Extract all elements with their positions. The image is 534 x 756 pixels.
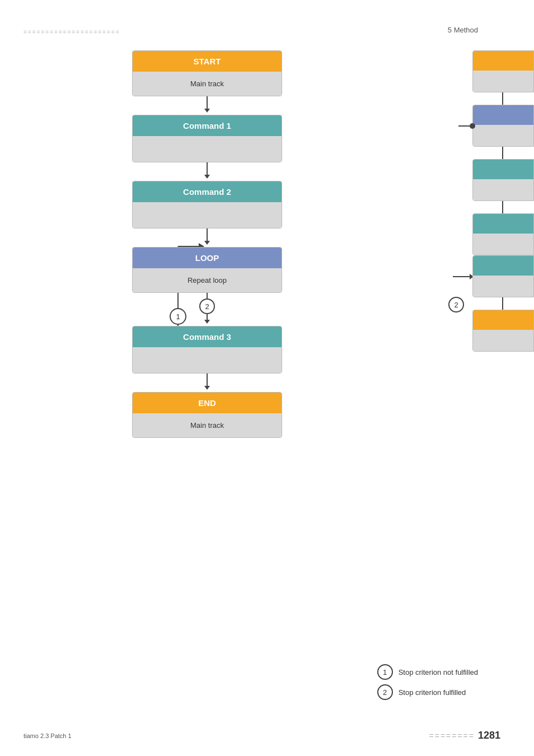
circle-2-badge: 2 (199, 298, 215, 314)
start-header: START (133, 51, 282, 72)
command2-body (133, 202, 282, 228)
main-flowchart: START Main track Command 1 Command 2 LOO… (123, 50, 291, 438)
right-arrow-1 (502, 92, 503, 105)
right-cmd2-header (473, 160, 533, 179)
arrow-4 (204, 374, 210, 390)
right-cmd1-block (472, 105, 534, 147)
arrow-3 (204, 228, 210, 245)
header-dots-left: ====================== (24, 29, 120, 35)
right-cmd4-container (453, 255, 534, 297)
end-body: Main track (133, 413, 282, 437)
footer-app-name: tiamo 2.3 Patch 1 (24, 732, 72, 739)
loop-header: LOOP (133, 248, 282, 268)
loop-block: LOOP Repeat loop (132, 247, 282, 293)
right-cmd4-body (473, 276, 533, 297)
start-block: START Main track (132, 50, 282, 96)
command2-block: Command 2 (132, 181, 282, 228)
right-cmd4-block (472, 255, 534, 297)
command1-block: Command 1 (132, 115, 282, 162)
legend-item-1: 1 Stop criterion not fulfilled (377, 664, 478, 680)
legend-label-2: Stop criterion fulfilled (399, 688, 466, 697)
right-cmd4-header (473, 256, 533, 276)
arrow-1 (204, 96, 210, 113)
right-cmd1-header (473, 105, 533, 125)
legend-item-2: 2 Stop criterion fulfilled (377, 684, 478, 700)
right-arrow-2 (502, 147, 503, 159)
right-cmd2-block (472, 159, 534, 201)
command3-block: Command 3 (132, 326, 282, 374)
right-cmd2-body (473, 179, 533, 200)
right-cmd3-block (472, 213, 534, 255)
right-start-body (473, 71, 533, 92)
right-circle-2: 2 (448, 297, 464, 312)
right-end-block (472, 310, 534, 352)
command1-body (133, 136, 282, 162)
right-arrow-3 (502, 201, 503, 213)
right-panel (453, 50, 534, 352)
legend-circle-2: 2 (377, 684, 393, 700)
footer-page-area: ======== 1281 (429, 730, 500, 741)
right-end-body (473, 330, 533, 351)
footer-dots: ======== (429, 731, 475, 740)
right-cmd1-body (473, 125, 533, 146)
footer-page-number: 1281 (478, 730, 500, 741)
start-body: Main track (133, 72, 282, 96)
right-start-header (473, 51, 533, 71)
command2-header: Command 2 (133, 181, 282, 202)
right-cmd1-container (458, 105, 534, 147)
legend-label-1: Stop criterion not fulfilled (399, 668, 478, 676)
right-end-header (473, 310, 533, 330)
right-cmd3-header (473, 214, 533, 234)
loop-body: Repeat loop (133, 268, 282, 292)
legend-circle-1: 1 (377, 664, 393, 680)
end-header: END (133, 393, 282, 413)
loop-circle-container: 2 (199, 293, 215, 324)
header-section-label: 5 Method (448, 26, 478, 34)
legend: 1 Stop criterion not fulfilled 2 Stop cr… (377, 664, 478, 700)
command3-body (133, 347, 282, 373)
right-start-block (472, 50, 534, 92)
command1-header: Command 1 (133, 115, 282, 136)
arrow-2 (204, 162, 210, 179)
end-block: END Main track (132, 392, 282, 438)
right-cmd3-body (473, 234, 533, 255)
right-arrow-4 (502, 297, 503, 310)
command3-header: Command 3 (133, 326, 282, 347)
